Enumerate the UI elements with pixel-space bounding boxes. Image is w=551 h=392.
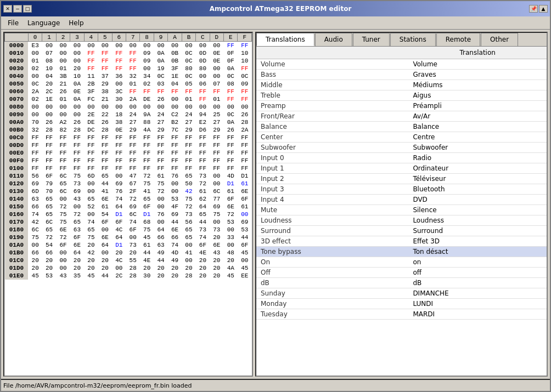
hex-byte[interactable]: 01 [56,65,70,72]
hex-byte[interactable]: 47 [126,172,139,180]
translation-row[interactable]: Input 2Téléviseur [256,174,547,184]
hex-byte[interactable]: FF [98,134,112,141]
hex-byte[interactable]: 0C [28,80,42,88]
hex-byte[interactable]: 22 [98,111,112,118]
hex-byte[interactable]: 75 [70,172,84,180]
hex-byte[interactable]: 06 [196,80,210,88]
hex-byte[interactable]: 6C [56,172,70,180]
hex-byte[interactable]: 00 [140,42,154,50]
tab-remote[interactable]: Remote [436,33,480,46]
hex-byte[interactable]: 37 [98,72,112,80]
hex-byte[interactable]: FF [70,141,84,149]
hex-byte[interactable]: 08 [224,80,238,88]
hex-byte[interactable]: 72 [154,188,167,195]
hex-byte[interactable]: FF [28,149,42,157]
hex-byte[interactable]: 6F [140,203,154,211]
tab-stations[interactable]: Stations [390,33,436,46]
translation-value[interactable]: MARDI [408,309,547,320]
hex-byte[interactable]: 00 [238,103,252,111]
hex-byte[interactable]: FF [112,65,126,72]
hex-byte[interactable]: FF [224,149,238,157]
hex-byte[interactable]: FF [140,141,154,149]
hex-byte[interactable]: 75 [182,195,195,203]
hex-byte[interactable]: FF [168,88,182,95]
hex-byte[interactable]: 00 [154,42,167,50]
hex-byte[interactable]: 00 [126,42,139,50]
hex-byte[interactable]: 10 [238,57,252,65]
translation-row[interactable]: dBdB [256,278,547,288]
tab-other[interactable]: Other [481,33,518,46]
hex-byte[interactable]: FF [168,134,182,141]
hex-byte[interactable]: 72 [42,234,56,241]
hex-byte[interactable]: 4D [224,172,238,180]
hex-byte[interactable]: FF [168,149,182,157]
hex-byte[interactable]: FF [56,149,70,157]
hex-byte[interactable]: 48 [224,249,238,257]
hex-byte[interactable]: FF [70,157,84,164]
hex-byte[interactable]: FF [196,95,210,103]
hex-byte[interactable]: 20 [168,272,182,280]
hex-byte[interactable]: 25 [210,111,223,118]
hex-byte[interactable]: 2A [238,126,252,134]
hex-byte[interactable]: FF [56,164,70,172]
hex-byte[interactable]: FF [56,157,70,164]
hex-byte[interactable]: 05 [182,80,195,88]
hex-byte[interactable]: 30 [112,95,126,103]
hex-byte[interactable]: 20 [70,264,84,272]
hex-byte[interactable]: FF [210,88,223,95]
hex-byte[interactable]: FF [126,65,139,72]
hex-byte[interactable]: 53 [168,195,182,203]
hex-byte[interactable]: 4C [112,226,126,234]
hex-byte[interactable]: 4F [168,203,182,211]
hex-byte[interactable]: 75 [28,234,42,241]
hex-byte[interactable]: FF [210,164,223,172]
hex-byte[interactable]: 0E [70,88,84,95]
hex-byte[interactable]: 74 [168,241,182,249]
hex-byte[interactable]: 63 [28,195,42,203]
translation-value[interactable]: Balance [408,122,547,132]
translation-value[interactable]: Téléviseur [408,174,547,184]
hex-byte[interactable]: 65 [56,180,70,188]
hex-byte[interactable]: 62 [196,195,210,203]
hex-byte[interactable]: FF [182,141,195,149]
hex-byte[interactable]: FF [98,164,112,172]
hex-byte[interactable]: 10 [70,72,84,80]
hex-byte[interactable]: 6E [56,226,70,234]
hex-byte[interactable]: 00 [28,241,42,249]
hex-byte[interactable]: 00 [70,42,84,50]
hex-byte[interactable]: FF [196,149,210,157]
hex-byte[interactable]: 69 [112,180,126,188]
hex-byte[interactable]: 6F [70,234,84,241]
hex-byte[interactable]: 69 [126,203,139,211]
translation-value[interactable]: off [408,268,547,278]
hex-byte[interactable]: D1 [112,241,126,249]
hex-byte[interactable]: 61 [140,241,154,249]
hex-byte[interactable]: FF [154,149,167,157]
hex-byte[interactable]: FF [126,57,139,65]
translation-value[interactable]: DIMANCHE [408,288,547,299]
hex-byte[interactable]: 73 [70,180,84,188]
hex-byte[interactable]: 1E [42,95,56,103]
hex-byte[interactable]: 38 [112,118,126,126]
translation-value[interactable]: Ordinateur [408,163,547,174]
hex-byte[interactable]: 00 [98,226,112,234]
hex-byte[interactable]: 24 [182,111,195,118]
hex-byte[interactable]: 28 [70,126,84,134]
hex-byte[interactable]: 64 [112,234,126,241]
hex-byte[interactable]: FF [42,149,56,157]
hex-byte[interactable]: DC [84,126,98,134]
hex-byte[interactable]: 01 [182,95,195,103]
hex-byte[interactable]: 0C [238,72,252,80]
hex-byte[interactable]: 36 [112,72,126,80]
hex-byte[interactable]: 27 [154,118,167,126]
hex-byte[interactable]: 65 [182,234,195,241]
hex-byte[interactable]: 73 [210,226,223,234]
hex-byte[interactable]: 44 [98,180,112,188]
hex-byte[interactable]: 20 [210,272,223,280]
hex-byte[interactable]: FF [70,149,84,157]
hex-byte[interactable]: 66 [28,203,42,211]
hex-byte[interactable]: 70 [42,188,56,195]
hex-byte[interactable]: FF [84,149,98,157]
hex-byte[interactable]: FF [182,157,195,164]
hex-byte[interactable]: FF [126,49,139,57]
